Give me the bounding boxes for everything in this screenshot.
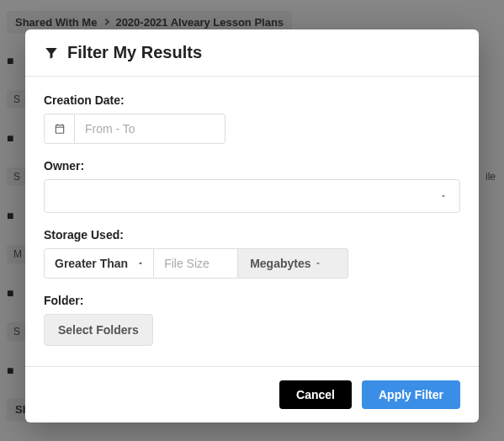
unit-value: Megabytes xyxy=(250,257,310,270)
owner-group: Owner: xyxy=(44,159,460,213)
unit-select[interactable]: Megabytes xyxy=(238,248,348,279)
comparator-value: Greater Than xyxy=(55,257,128,270)
owner-select[interactable] xyxy=(44,179,460,213)
folder-label: Folder: xyxy=(44,294,460,307)
file-size-input[interactable] xyxy=(154,248,238,279)
modal-header: Filter My Results xyxy=(25,29,479,77)
owner-label: Owner: xyxy=(44,159,460,173)
storage-label: Storage Used: xyxy=(44,228,460,242)
calendar-icon xyxy=(44,114,74,144)
chevron-down-icon xyxy=(314,257,322,270)
modal-body: Creation Date: Owner: Storage Used: Grea… xyxy=(25,77,479,366)
filter-icon xyxy=(44,45,59,61)
apply-filter-button[interactable]: Apply Filter xyxy=(362,380,460,409)
select-folders-button[interactable]: Select Folders xyxy=(44,314,153,346)
date-input-group xyxy=(44,114,460,144)
modal-title: Filter My Results xyxy=(67,43,202,62)
comparator-select[interactable]: Greater Than xyxy=(44,248,154,279)
chevron-down-icon xyxy=(136,257,145,270)
chevron-down-icon xyxy=(439,189,448,203)
storage-row: Greater Than Megabytes xyxy=(44,248,460,279)
creation-date-group: Creation Date: xyxy=(44,93,460,144)
folder-group: Folder: Select Folders xyxy=(44,294,460,346)
filter-modal: Filter My Results Creation Date: Owner: … xyxy=(25,29,479,422)
cancel-button[interactable]: Cancel xyxy=(279,380,352,409)
storage-group: Storage Used: Greater Than Megabytes xyxy=(44,228,460,279)
modal-footer: Cancel Apply Filter xyxy=(25,366,479,422)
date-range-input[interactable] xyxy=(74,114,225,144)
creation-date-label: Creation Date: xyxy=(44,93,460,107)
